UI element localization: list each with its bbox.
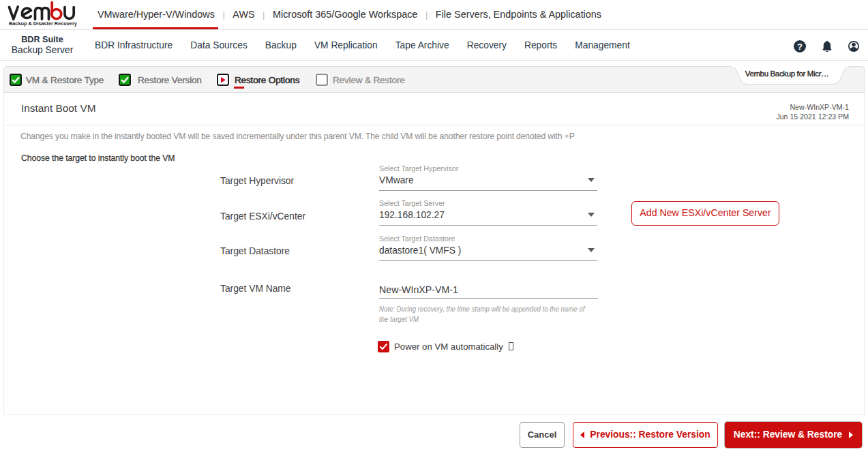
svg-text:?: ?	[797, 42, 803, 52]
